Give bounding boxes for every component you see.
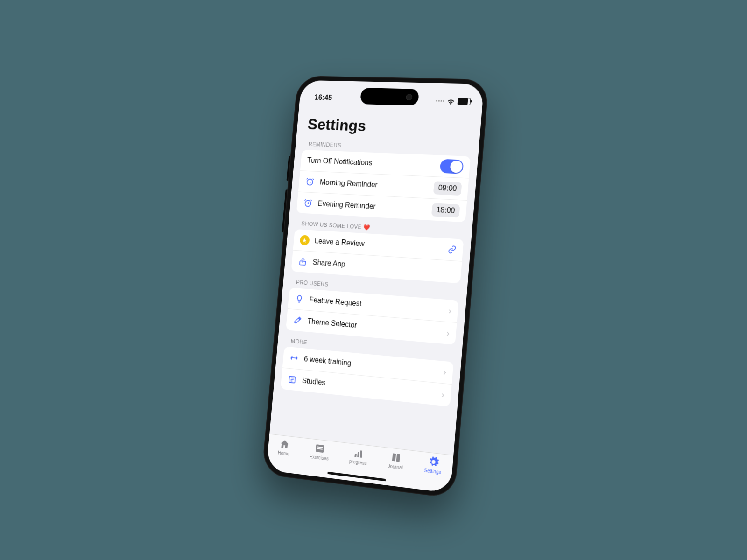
star-icon: ★ <box>299 235 310 245</box>
status-time: 16:45 <box>314 93 332 102</box>
phone-frame: 16:45 Settings REMINDERS Turn Off Notifi… <box>261 76 489 499</box>
alarm-icon <box>305 176 315 187</box>
alarm-icon <box>303 198 313 208</box>
phone-screen: 16:45 Settings REMINDERS Turn Off Notifi… <box>266 80 484 493</box>
chevron-right-icon: › <box>448 306 452 316</box>
tab-settings[interactable]: Settings <box>424 455 442 475</box>
morning-time-picker[interactable]: 09:00 <box>433 181 462 196</box>
chevron-right-icon: › <box>446 328 450 338</box>
row-label: Evening Reminder <box>317 199 427 213</box>
evening-time-picker[interactable]: 18:00 <box>431 203 460 217</box>
tab-exercises[interactable]: Exercises <box>310 442 330 462</box>
book-icon <box>389 451 402 464</box>
notifications-toggle[interactable] <box>440 159 464 174</box>
link-icon <box>448 245 457 254</box>
row-label: Leave a Review <box>314 237 443 253</box>
home-icon <box>278 438 290 451</box>
brush-icon <box>292 315 303 326</box>
tab-journal[interactable]: Journal <box>388 451 404 470</box>
tab-label: Home <box>278 450 290 457</box>
newspaper-icon <box>287 374 297 385</box>
tab-progress[interactable]: progress <box>349 447 368 466</box>
dynamic-island <box>360 88 419 105</box>
list-icon <box>314 442 326 455</box>
chart-icon <box>352 447 365 459</box>
tab-label: Exercises <box>310 454 329 462</box>
share-icon <box>297 256 308 267</box>
svg-rect-7 <box>354 454 356 457</box>
lightbulb-icon <box>294 294 304 304</box>
chevron-right-icon: › <box>443 367 447 378</box>
tab-home[interactable]: Home <box>278 438 291 457</box>
wifi-icon <box>447 98 455 104</box>
tab-label: Settings <box>424 468 441 475</box>
battery-icon <box>458 98 471 105</box>
row-label: Turn Off Notifications <box>307 156 435 170</box>
svg-rect-9 <box>359 450 362 458</box>
gear-icon <box>427 455 440 469</box>
tab-label: progress <box>349 459 367 466</box>
tab-label: Journal <box>388 463 403 470</box>
svg-rect-8 <box>357 452 359 458</box>
cellular-icon <box>436 100 444 101</box>
dumbbell-icon <box>289 352 299 364</box>
love-card: ★ Leave a Review Share App <box>291 229 464 283</box>
pro-card: Feature Request › Theme Selector › <box>286 287 458 345</box>
reminders-card: Turn Off Notifications Morning Reminder … <box>296 150 471 223</box>
chevron-right-icon: › <box>441 390 445 400</box>
page-title: Settings <box>307 115 470 139</box>
row-label: Theme Selector <box>307 317 442 337</box>
row-label: Share App <box>312 258 455 276</box>
row-label: Morning Reminder <box>319 178 429 192</box>
